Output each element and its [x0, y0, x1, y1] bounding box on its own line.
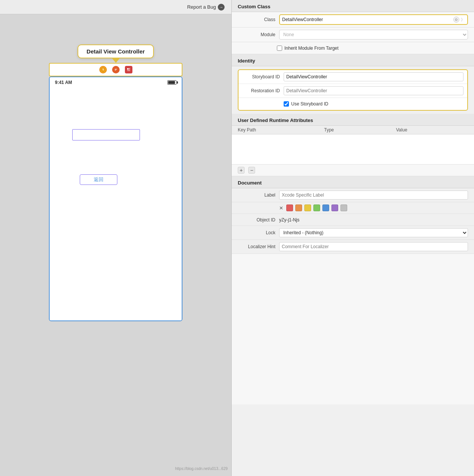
color-swatch-gray[interactable] — [340, 204, 347, 211]
svg-rect-4 — [126, 67, 131, 72]
use-storyboard-label: Use Storyboard ID — [291, 101, 328, 107]
lock-select[interactable]: Inherited - (Nothing) — [279, 228, 468, 237]
canvas-area: Detail View Controller — [0, 14, 231, 476]
lock-row: Lock Inherited - (Nothing) — [232, 226, 474, 240]
user-defined-attrs-header: User Defined Runtime Attributes — [232, 114, 474, 126]
orange-icon-svg — [114, 67, 118, 72]
bubble-arrow-outer — [112, 58, 120, 63]
document-header: Document — [232, 176, 474, 188]
doc-label-input[interactable] — [279, 191, 468, 200]
bubble-arrow-inner — [109, 53, 115, 57]
bottom-spacer — [232, 254, 474, 404]
svg-rect-7 — [129, 69, 130, 70]
doc-label-row: Label — [232, 188, 474, 202]
vc-bubble-label: Detail View Controller — [87, 48, 145, 55]
module-label: Module — [238, 32, 279, 37]
inherit-module-checkbox[interactable] — [277, 46, 282, 51]
color-swatch-orange[interactable] — [295, 204, 302, 211]
svg-rect-5 — [127, 68, 129, 70]
class-nav-circle[interactable]: ⊙ — [453, 17, 459, 23]
vc-bubble[interactable]: Detail View Controller — [77, 44, 154, 58]
color-clear-button[interactable]: ✕ — [279, 205, 283, 211]
battery-icon — [167, 80, 176, 85]
report-bug-label: Report a Bug — [187, 4, 216, 10]
svg-rect-6 — [129, 68, 130, 69]
class-input-wrapper: ⊙ 〉 — [279, 14, 468, 25]
attr-value-col: Value — [396, 127, 468, 133]
inspector-panel: Custom Class Class ⊙ 〉 Module None Inh — [231, 0, 474, 476]
use-storyboard-checkbox[interactable] — [284, 101, 289, 107]
iphone-content: 返回 — [50, 88, 182, 320]
inherit-checkbox-group: Inherit Module From Target — [277, 46, 339, 51]
use-storyboard-row: Use Storyboard ID — [239, 98, 467, 110]
vc-bubble-container: Detail View Controller — [49, 44, 182, 321]
iphone-back-button[interactable]: 返回 — [80, 174, 117, 185]
svg-rect-3 — [115, 70, 116, 70]
report-bug-link[interactable]: Report a Bug → — [187, 4, 225, 11]
color-swatch-purple[interactable] — [331, 204, 338, 211]
report-bug-bar: Report a Bug → — [0, 0, 231, 14]
localizer-hint-row: Localizer Hint — [232, 240, 474, 254]
battery-fill — [168, 81, 175, 84]
storyboard-id-row: Storyboard ID — [239, 70, 467, 84]
attr-empty-area — [232, 134, 474, 165]
back-button-label: 返回 — [94, 176, 103, 183]
yellow-icon[interactable] — [99, 66, 107, 73]
object-id-row: Object ID yZy-j1-Njs — [232, 214, 474, 226]
color-swatch-red[interactable] — [286, 204, 293, 211]
attr-table-header: Key Path Type Value — [232, 126, 474, 134]
module-select[interactable]: None — [279, 30, 468, 40]
remove-attr-button[interactable]: − — [248, 167, 255, 174]
svg-point-1 — [114, 68, 118, 72]
attr-key-path-col: Key Path — [238, 127, 324, 133]
bubble-arrow — [112, 58, 120, 63]
localizer-hint-input[interactable] — [279, 242, 468, 251]
attr-type-col: Type — [324, 127, 396, 133]
color-swatch-blue[interactable] — [322, 204, 329, 211]
identity-header: Identity — [232, 54, 474, 66]
yellow-icon-svg — [101, 67, 105, 72]
doc-label-field-label: Label — [238, 192, 279, 198]
lock-label: Lock — [238, 230, 279, 235]
red-icon[interactable] — [125, 66, 132, 73]
class-chevron-icon[interactable]: 〉 — [461, 17, 465, 23]
icon-bar — [49, 63, 182, 76]
status-bar: 9:41 AM — [50, 77, 182, 88]
storyboard-id-input[interactable] — [284, 72, 463, 81]
add-attr-button[interactable]: + — [238, 167, 245, 174]
iphone-mockup: 9:41 AM 返回 — [49, 76, 182, 321]
color-swatch-yellow[interactable] — [304, 204, 311, 211]
class-field-row: Class ⊙ 〉 — [232, 12, 474, 27]
color-swatch-green[interactable] — [313, 204, 320, 211]
use-storyboard-group: Use Storyboard ID — [284, 101, 328, 107]
restoration-id-input[interactable] — [284, 86, 463, 95]
watermark: https://blog.csdn.net/u013...629 — [175, 467, 228, 471]
localizer-hint-label: Localizer Hint — [238, 244, 279, 249]
attr-action-row: + − — [232, 165, 474, 176]
inspector-inner: Custom Class Class ⊙ 〉 Module None Inh — [232, 0, 474, 404]
color-swatch-row: ✕ — [232, 202, 474, 214]
svg-rect-8 — [127, 70, 130, 71]
restoration-id-label: Restoration ID — [242, 88, 284, 93]
iphone-textfield[interactable] — [72, 129, 140, 140]
class-label: Class — [238, 17, 279, 22]
status-time: 9:41 AM — [55, 80, 72, 85]
inherit-module-row: Inherit Module From Target — [232, 42, 474, 54]
module-field-row: Module None — [232, 27, 474, 42]
restoration-id-row: Restoration ID — [239, 84, 467, 98]
storyboard-id-label: Storyboard ID — [242, 74, 284, 79]
red-icon-svg — [126, 67, 131, 72]
object-id-value: yZy-j1-Njs — [279, 217, 299, 223]
report-bug-arrow-icon: → — [218, 4, 225, 11]
svg-rect-2 — [115, 69, 117, 69]
canvas-panel: Report a Bug → Detail View Controller — [0, 0, 231, 476]
inherit-module-label: Inherit Module From Target — [284, 46, 339, 51]
object-id-label: Object ID — [238, 217, 279, 223]
identity-group: Storyboard ID Restoration ID Use Storybo… — [238, 69, 468, 111]
class-input-icons: ⊙ 〉 — [453, 17, 467, 23]
class-input[interactable] — [280, 17, 453, 22]
orange-icon[interactable] — [112, 66, 120, 73]
custom-class-header: Custom Class — [232, 0, 474, 12]
